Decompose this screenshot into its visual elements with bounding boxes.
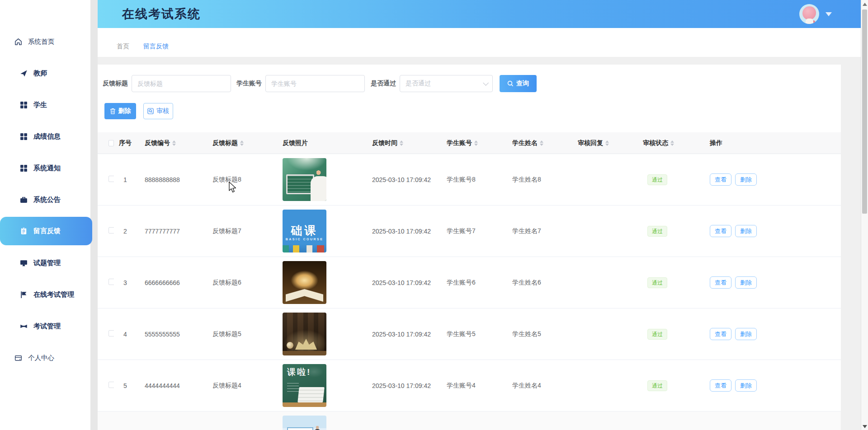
search-button[interactable]: 查询 [500, 75, 537, 92]
cell-student-account: 学生账号4 [439, 382, 504, 390]
row-checkbox[interactable] [108, 279, 114, 285]
col-feedback-no: 反馈编号 [137, 139, 204, 147]
view-button[interactable]: 查看 [710, 379, 731, 392]
grid-icon [20, 133, 28, 140]
row-delete-button[interactable]: 删除 [735, 328, 757, 340]
cell-student-name: 学生姓名5 [504, 330, 570, 338]
flag-icon [20, 291, 28, 299]
is-passed-label: 是否通过 [371, 79, 396, 88]
feedback-table: 序号 反馈编号 反馈标题 反馈照片 反馈时间 学生账号 学生姓名 审核回复 审核… [98, 132, 841, 430]
feedback-photo[interactable] [283, 261, 326, 304]
col-feedback-time: 反馈时间 [364, 139, 439, 147]
sidebar-item-personal-center[interactable]: 个人中心 [0, 342, 90, 374]
scroll-down-arrow-icon[interactable] [863, 425, 867, 428]
status-badge: 通过 [647, 329, 667, 340]
row-delete-button[interactable]: 删除 [735, 276, 757, 289]
send-icon [20, 70, 28, 77]
row-delete-button[interactable]: 删除 [735, 379, 757, 392]
sort-caret-icon[interactable] [240, 140, 244, 146]
cell-feedback-time: 2025-03-10 17:09:42 [364, 228, 439, 235]
feedback-title-input[interactable] [132, 75, 231, 92]
avatar[interactable] [799, 4, 819, 24]
cell-feedback-time: 2025-03-10 17:09:42 [364, 331, 439, 338]
view-button[interactable]: 查看 [710, 328, 731, 340]
sidebar-item-students[interactable]: 学生 [0, 89, 90, 121]
cell-student-name: 学生姓名8 [504, 176, 570, 184]
card-icon [14, 354, 22, 362]
main-area: 在线考试系统 首页 留言反馈 反馈标题 学生账号 是否通过 是否通过 查询 [98, 0, 861, 430]
row-checkbox[interactable] [108, 330, 114, 337]
feedback-photo[interactable]: 课啦! [283, 364, 326, 407]
table-row: 4 5555555555 反馈标题5 2025-03-10 17:09:42 学… [98, 308, 841, 360]
is-passed-select[interactable]: 是否通过 [400, 75, 493, 92]
table-header: 序号 反馈编号 反馈标题 反馈照片 反馈时间 学生账号 学生姓名 审核回复 审核… [98, 132, 841, 154]
feedback-photo[interactable] [283, 158, 326, 201]
view-button[interactable]: 查看 [710, 276, 731, 289]
trash-icon [110, 108, 116, 114]
sidebar-item-label: 试题管理 [33, 259, 61, 267]
sidebar-item-label: 个人中心 [28, 354, 54, 362]
scroll-up-arrow-icon[interactable] [863, 3, 867, 6]
feedback-photo[interactable] [283, 313, 326, 355]
sidebar-item-grades[interactable]: 成绩信息 [0, 121, 90, 152]
col-feedback-photo: 反馈照片 [274, 139, 364, 147]
sidebar-item-online-exam-management[interactable]: 在线考试管理 [0, 279, 90, 310]
photo-subtext: BASIC COURSE [283, 238, 326, 241]
status-badge: 通过 [647, 277, 667, 288]
student-account-label: 学生账号 [236, 79, 262, 88]
cell-index: 1 [114, 176, 137, 183]
tab-home[interactable]: 首页 [117, 42, 129, 51]
chevron-down-icon[interactable] [826, 12, 832, 16]
feedback-title-label: 反馈标题 [103, 79, 128, 88]
feedback-photo[interactable]: 础课 BASIC COURSE [283, 210, 326, 252]
ticket-icon [20, 322, 28, 330]
cell-feedback-title: 反馈标题8 [204, 176, 274, 184]
delete-button[interactable]: 删除 [104, 103, 136, 119]
sort-caret-icon[interactable] [400, 140, 403, 146]
audit-icon [147, 108, 154, 114]
sort-caret-icon[interactable] [540, 140, 543, 146]
sidebar-item-feedback[interactable]: 留言反馈 [0, 217, 92, 245]
feedback-photo[interactable] [283, 416, 326, 430]
sidebar-item-question-management[interactable]: 试题管理 [0, 247, 90, 279]
row-checkbox[interactable] [108, 176, 114, 182]
cell-index: 2 [114, 228, 137, 235]
user-menu [799, 4, 832, 24]
tab-feedback[interactable]: 留言反馈 [143, 42, 169, 51]
sidebar-item-notices[interactable]: 系统通知 [0, 152, 90, 184]
sort-caret-icon[interactable] [670, 140, 674, 146]
sidebar: 系统首页 教师 学生 成绩信息 系统通知 系统公告 留言反馈 试题管理 在线考试… [0, 0, 90, 430]
cell-feedback-title: 反馈标题5 [204, 330, 274, 338]
sidebar-item-label: 系统首页 [28, 37, 54, 46]
row-checkbox[interactable] [108, 227, 114, 234]
sidebar-item-exam-management[interactable]: 考试管理 [0, 310, 90, 342]
sidebar-item-announcements[interactable]: 系统公告 [0, 184, 90, 215]
chevron-down-icon [483, 80, 489, 86]
sort-caret-icon[interactable] [474, 140, 478, 146]
cell-feedback-title: 反馈标题6 [204, 279, 274, 287]
audit-button[interactable]: 审核 [143, 103, 173, 119]
cell-index: 4 [114, 331, 137, 338]
content-card: 反馈标题 学生账号 是否通过 是否通过 查询 删除 审核 [98, 65, 841, 430]
scrollbar-thumb[interactable] [862, 9, 867, 214]
table-row: 3 6666666666 反馈标题6 2025-03-10 17:09:42 学… [98, 257, 841, 308]
cell-student-name: 学生姓名4 [504, 382, 570, 390]
row-delete-button[interactable]: 删除 [735, 225, 757, 237]
cell-feedback-no: 6666666666 [137, 279, 204, 286]
row-checkbox[interactable] [108, 382, 114, 388]
view-button[interactable]: 查看 [710, 225, 731, 237]
sidebar-item-teachers[interactable]: 教师 [0, 57, 90, 89]
view-button[interactable]: 查看 [710, 173, 731, 186]
sidebar-item-label: 留言反馈 [33, 227, 61, 235]
row-delete-button[interactable]: 删除 [735, 173, 757, 186]
sort-caret-icon[interactable] [605, 140, 609, 146]
sidebar-item-system-home[interactable]: 系统首页 [0, 26, 90, 57]
sort-caret-icon[interactable] [172, 140, 176, 146]
filter-row: 反馈标题 学生账号 是否通过 是否通过 查询 [98, 65, 841, 92]
col-feedback-title: 反馈标题 [204, 139, 274, 147]
student-account-input[interactable] [265, 75, 365, 92]
photo-text: 础课 [283, 223, 326, 238]
cell-feedback-title: 反馈标题4 [204, 382, 274, 390]
col-operations: 操作 [702, 139, 841, 147]
select-all-checkbox[interactable] [108, 140, 114, 146]
